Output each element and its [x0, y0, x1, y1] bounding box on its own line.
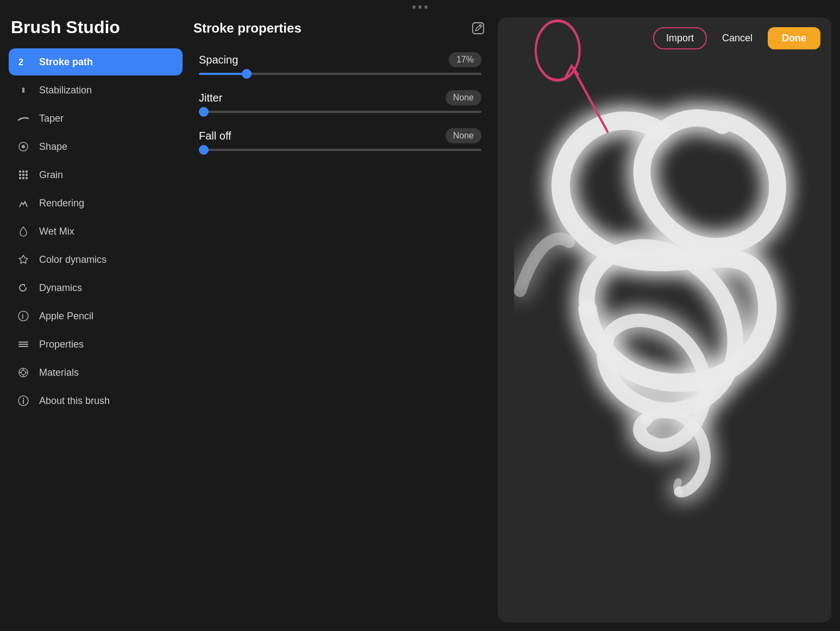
- drag-handle: [412, 5, 428, 9]
- panel-header: Stroke properties: [193, 17, 487, 37]
- spacing-fill: [199, 73, 247, 75]
- stabilization-icon: [16, 83, 30, 97]
- grain-icon: [16, 168, 30, 182]
- cancel-button[interactable]: Cancel: [714, 28, 760, 48]
- sidebar-item-dynamics[interactable]: Dynamics: [9, 274, 183, 301]
- svg-rect-9: [19, 177, 21, 179]
- dot-2: [418, 5, 422, 9]
- sidebar-label-grain: Grain: [39, 169, 63, 181]
- dot-3: [424, 5, 428, 9]
- sidebar-label-stroke-path: Stroke path: [39, 56, 93, 68]
- sidebar-item-stabilization[interactable]: Stabilization: [9, 77, 183, 104]
- falloff-label: Fall off: [199, 130, 231, 142]
- falloff-header: Fall off None: [199, 128, 481, 143]
- sidebar-label-rendering: Rendering: [39, 198, 84, 209]
- info-icon: [16, 394, 30, 408]
- dynamics-icon: [16, 281, 30, 295]
- svg-rect-10: [22, 177, 24, 179]
- rendering-icon: [16, 196, 30, 210]
- spacing-label: Spacing: [199, 54, 238, 66]
- app-title: Brush Studio: [9, 17, 183, 37]
- panel-title: Stroke properties: [193, 21, 302, 36]
- sidebar-label-about-brush: About this brush: [39, 395, 110, 407]
- sidebar-item-wet-mix[interactable]: Wet Mix: [9, 218, 183, 245]
- svg-text:2: 2: [18, 58, 23, 67]
- spacing-slider[interactable]: [199, 73, 481, 75]
- sidebar-item-about-brush[interactable]: About this brush: [9, 387, 183, 414]
- jitter-slider[interactable]: [199, 111, 481, 113]
- sidebar-label-properties: Properties: [39, 339, 84, 350]
- shape-icon: [16, 140, 30, 154]
- spacing-thumb[interactable]: [242, 69, 252, 79]
- sidebar-item-grain[interactable]: Grain: [9, 161, 183, 188]
- sidebar-item-color-dynamics[interactable]: Color dynamics: [9, 246, 183, 273]
- brush-preview: [514, 61, 820, 601]
- sidebar-label-color-dynamics: Color dynamics: [39, 254, 106, 266]
- svg-point-2: [22, 145, 25, 148]
- wetmix-icon: [16, 224, 30, 238]
- preview-area: Import Cancel Done: [498, 17, 831, 622]
- sidebar: Brush Studio 2 Stroke path Stabilization: [9, 17, 183, 622]
- main-container: Brush Studio 2 Stroke path Stabilization: [0, 12, 840, 631]
- sidebar-label-dynamics: Dynamics: [39, 282, 82, 294]
- svg-point-24: [23, 398, 24, 399]
- svg-rect-11: [26, 177, 28, 179]
- edit-icon[interactable]: [469, 20, 487, 37]
- falloff-slider[interactable]: [199, 149, 481, 151]
- jitter-thumb[interactable]: [199, 107, 209, 117]
- jitter-value: None: [446, 90, 481, 105]
- spacing-control: Spacing 17%: [199, 52, 481, 75]
- sidebar-label-stabilization: Stabilization: [39, 85, 92, 96]
- svg-rect-3: [19, 171, 21, 173]
- stroke-icon: 2: [16, 55, 30, 69]
- svg-text:i: i: [22, 312, 24, 320]
- falloff-control: Fall off None: [199, 128, 481, 151]
- falloff-thumb[interactable]: [199, 145, 209, 155]
- svg-rect-8: [26, 174, 28, 176]
- sidebar-label-shape: Shape: [39, 141, 67, 153]
- svg-point-18: [21, 370, 26, 375]
- colordyn-icon: [16, 253, 30, 267]
- spacing-value: 17%: [449, 52, 481, 67]
- materials-icon: [16, 365, 30, 380]
- sidebar-item-materials[interactable]: Materials: [9, 359, 183, 386]
- sidebar-item-taper[interactable]: Taper: [9, 105, 183, 132]
- svg-rect-7: [22, 174, 24, 176]
- sidebar-label-wet-mix: Wet Mix: [39, 226, 74, 237]
- top-actions: Import Cancel Done: [642, 17, 831, 59]
- sidebar-item-shape[interactable]: Shape: [9, 133, 183, 160]
- sidebar-label-apple-pencil: Apple Pencil: [39, 311, 93, 322]
- dot-1: [412, 5, 416, 9]
- svg-rect-5: [26, 171, 28, 173]
- svg-rect-4: [22, 171, 24, 173]
- sidebar-item-rendering[interactable]: Rendering: [9, 190, 183, 217]
- svg-rect-26: [473, 23, 484, 34]
- properties-icon: [16, 337, 30, 351]
- import-button[interactable]: Import: [653, 27, 707, 49]
- sidebar-label-taper: Taper: [39, 113, 64, 124]
- svg-rect-6: [19, 174, 21, 176]
- sidebar-item-stroke-path[interactable]: 2 Stroke path: [9, 48, 183, 75]
- spacing-header: Spacing 17%: [199, 52, 481, 67]
- jitter-header: Jitter None: [199, 90, 481, 105]
- top-bar: [0, 0, 840, 12]
- jitter-control: Jitter None: [199, 90, 481, 113]
- sidebar-label-materials: Materials: [39, 367, 79, 378]
- stroke-controls: Spacing 17% Jitter None: [193, 52, 487, 151]
- sidebar-item-properties[interactable]: Properties: [9, 331, 183, 358]
- center-panel: Stroke properties Spacing 17%: [183, 17, 498, 622]
- pencil-icon: i: [16, 309, 30, 323]
- taper-icon: [16, 111, 30, 125]
- falloff-value: None: [446, 128, 481, 143]
- jitter-label: Jitter: [199, 92, 222, 104]
- sidebar-item-apple-pencil[interactable]: i Apple Pencil: [9, 302, 183, 330]
- done-button[interactable]: Done: [768, 27, 820, 49]
- svg-line-27: [479, 26, 481, 27]
